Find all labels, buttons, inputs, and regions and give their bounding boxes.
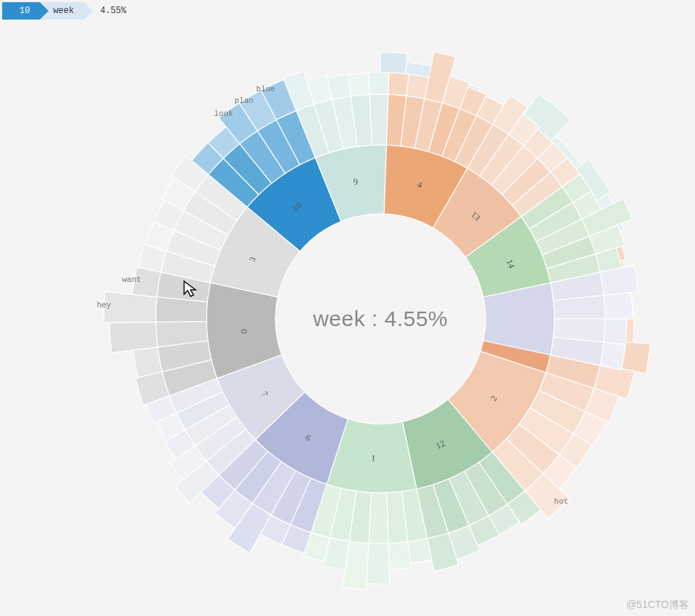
ring3-bar[interactable] [368, 72, 388, 94]
svg-text:0: 0 [239, 329, 249, 334]
watermark: @51CTO博客 [626, 599, 689, 612]
svg-text:plan: plan [235, 96, 254, 105]
svg-text:1: 1 [371, 453, 376, 463]
ring3-bar[interactable] [388, 72, 409, 96]
svg-text:want: want [122, 275, 141, 284]
svg-text:blue: blue [256, 85, 275, 93]
svg-text:look: look [214, 109, 233, 118]
ring2-seg[interactable] [369, 493, 388, 544]
ring3-bar[interactable] [109, 322, 157, 353]
ring3-bar[interactable] [388, 542, 411, 570]
ring3-bar[interactable] [408, 538, 432, 563]
ring3-bar[interactable] [348, 72, 370, 96]
ring3-bar[interactable] [133, 347, 162, 378]
svg-text:hot: hot [554, 497, 569, 506]
center-label: week : 4.55% [312, 307, 448, 330]
ring3-bar[interactable] [604, 319, 627, 345]
ring3-bar[interactable] [328, 75, 351, 99]
sunburst-chart[interactable]: 11852hot121670heywant310lookplanblue9413… [0, 0, 695, 616]
svg-text:hey: hey [97, 301, 112, 309]
ring3-bar[interactable] [604, 293, 633, 319]
ring2-seg[interactable] [370, 94, 388, 145]
ring3-bar[interactable] [600, 342, 625, 370]
ring3-bar[interactable] [367, 544, 390, 584]
